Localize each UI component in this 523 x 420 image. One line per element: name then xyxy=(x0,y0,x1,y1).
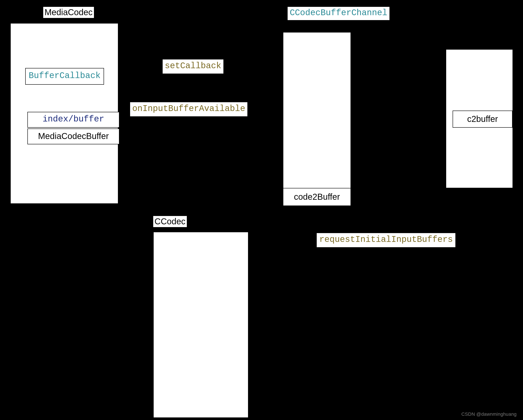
buffer-channel-title: CCodecBufferChannel xyxy=(288,7,390,20)
request-initial-input-buffers-label: requestInitialInputBuffers xyxy=(317,233,455,247)
code2buffer-cell: code2Buffer xyxy=(283,188,351,206)
ccodec-title: CCodec xyxy=(153,216,187,227)
ccodec-box xyxy=(153,232,248,418)
mediacodec-title: MediaCodec xyxy=(43,7,94,18)
mediacodec-buffer-cell: MediaCodecBuffer xyxy=(27,128,119,144)
on-input-buffer-available-label: onInputBufferAvailable xyxy=(130,102,247,116)
c2buffer-cell: c2buffer xyxy=(453,111,513,128)
buffer-channel-box xyxy=(283,32,351,205)
buffer-callback-cell: BufferCallback xyxy=(25,68,104,85)
watermark: CSDN @dawnminghuang xyxy=(461,412,517,417)
set-callback-label: setCallback xyxy=(163,59,223,74)
index-buffer-cell: index/buffer xyxy=(27,112,119,128)
